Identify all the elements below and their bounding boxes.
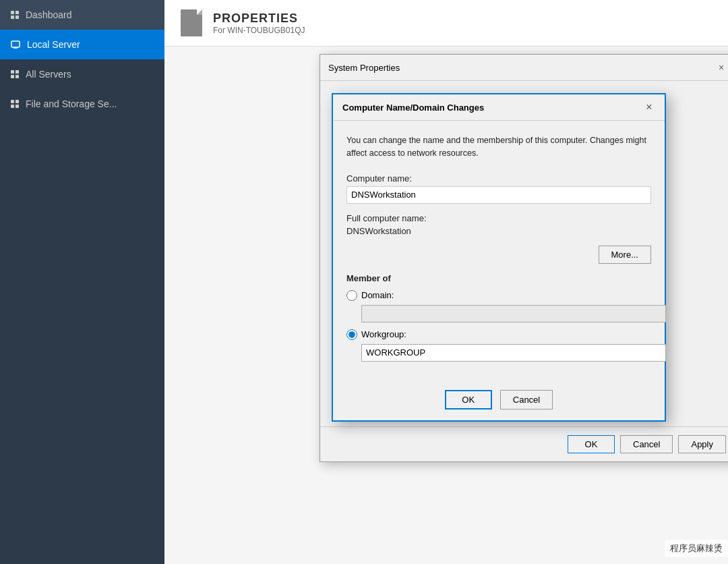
sidebar-item-all-servers[interactable]: All Servers — [0, 59, 164, 89]
computer-name-body: You can change the name and the membersh… — [333, 121, 665, 382]
workgroup-radio-row: Workgroup: — [346, 329, 651, 340]
system-props-titlebar: System Properties × — [320, 55, 728, 81]
workgroup-input[interactable] — [361, 344, 666, 362]
properties-header: PROPERTIES For WIN-TOUBUGB01QJ — [164, 0, 728, 47]
main-content: PROPERTIES For WIN-TOUBUGB01QJ DHCP, IPv… — [164, 0, 728, 564]
system-props-apply-button[interactable]: Apply — [678, 435, 726, 453]
all-servers-icon — [11, 70, 19, 78]
computer-name-close-button[interactable]: × — [642, 100, 657, 115]
system-props-ok-button[interactable]: OK — [568, 435, 615, 453]
sidebar-item-label: File and Storage Se... — [26, 98, 117, 109]
properties-title: PROPERTIES — [213, 11, 305, 26]
server-icon — [181, 9, 202, 36]
dashboard-icon — [11, 11, 19, 19]
sidebar-item-local-server[interactable]: Local Server — [0, 30, 164, 59]
svg-rect-0 — [11, 41, 20, 47]
system-props-footer: OK Cancel Apply — [320, 426, 728, 461]
workgroup-label: Workgroup: — [361, 329, 406, 339]
full-name-field-group: Full computer name: DNSWorkstation — [346, 213, 651, 236]
computer-name-field-group: Computer name: — [346, 173, 651, 204]
member-of-section: Member of Domain: Workgroup: — [346, 273, 651, 368]
sidebar-item-label: All Servers — [26, 69, 71, 80]
sidebar-item-label: Dashboard — [26, 9, 72, 20]
sidebar-item-dashboard[interactable]: Dashboard — [0, 0, 164, 30]
watermark: 程序员麻辣烫 — [665, 540, 728, 557]
description-text: You can change the name and the membersh… — [346, 134, 651, 160]
sidebar: Dashboard Local Server All Servers File … — [0, 0, 164, 564]
system-props-title: System Properties — [328, 63, 400, 73]
sidebar-item-file-storage[interactable]: File and Storage Se... — [0, 89, 164, 119]
local-server-icon — [11, 40, 20, 49]
system-props-close-button[interactable]: × — [714, 60, 728, 75]
computer-name-footer: OK Cancel — [333, 382, 665, 420]
computer-name-ok-button[interactable]: OK — [445, 390, 492, 410]
domain-label: Domain: — [361, 290, 394, 300]
system-props-cancel-button[interactable]: Cancel — [620, 435, 673, 453]
more-button[interactable]: More... — [599, 246, 651, 264]
workgroup-radio[interactable] — [346, 329, 357, 340]
member-of-title: Member of — [346, 273, 651, 283]
computer-name-label: Computer name: — [346, 173, 651, 184]
more-button-row: More... — [346, 246, 651, 264]
file-storage-icon — [11, 100, 19, 108]
full-name-value: DNSWorkstation — [346, 226, 651, 236]
sidebar-item-label: Local Server — [27, 39, 80, 50]
domain-radio[interactable] — [346, 290, 357, 301]
domain-radio-row: Domain: — [346, 290, 651, 301]
domain-input[interactable] — [361, 305, 666, 322]
computer-name-titlebar: Computer Name/Domain Changes × — [333, 94, 665, 121]
computer-name-dialog: Computer Name/Domain Changes × You can c… — [332, 93, 666, 422]
properties-subtitle: For WIN-TOUBUGB01QJ — [213, 26, 305, 35]
computer-name-input[interactable] — [346, 186, 651, 204]
full-name-label: Full computer name: — [346, 213, 651, 223]
computer-name-cancel-button[interactable]: Cancel — [500, 390, 553, 410]
computer-name-title: Computer Name/Domain Changes — [342, 103, 484, 113]
